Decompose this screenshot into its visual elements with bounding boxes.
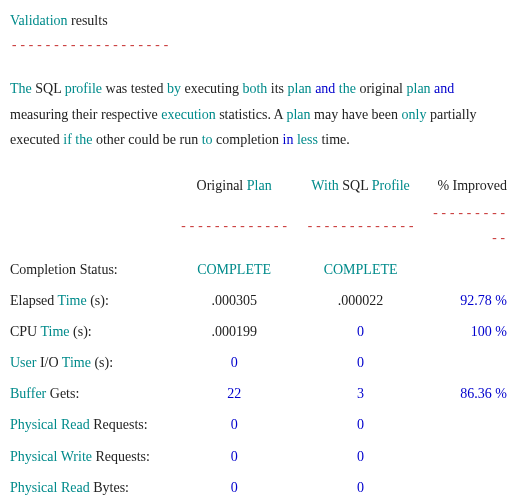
intro-word: SQL	[35, 81, 61, 96]
intro-word: plan	[288, 81, 312, 96]
intro-word: profile	[65, 81, 102, 96]
preadreq-imp	[424, 409, 513, 440]
row-cpu-time: CPU Time (s): .000199 0 100 %	[10, 316, 513, 347]
row-phys-read-bytes: Physical Read Bytes: 0 0	[10, 472, 513, 503]
intro-word: and	[434, 81, 454, 96]
cpu-imp: 100 %	[424, 316, 513, 347]
row-phys-read-req: Physical Read Requests: 0 0	[10, 409, 513, 440]
intro-word: other could be run	[96, 132, 198, 147]
userio-orig: 0	[171, 347, 297, 378]
intro-word: measuring	[10, 107, 68, 122]
header-divider: -------------------	[10, 37, 170, 53]
completion-imp	[424, 254, 513, 285]
intro-word: statistics. A	[219, 107, 283, 122]
intro-word: plan	[286, 107, 310, 122]
userio-imp	[424, 347, 513, 378]
intro-word: The	[10, 81, 32, 96]
intro-word: only	[402, 107, 427, 122]
table-header-row: Original Plan With SQL Profile % Improve…	[10, 170, 513, 201]
row-buffer-gets: Buffer Gets: 22 3 86.36 %	[10, 378, 513, 409]
preadbyte-imp	[424, 472, 513, 503]
intro-word: completion	[216, 132, 279, 147]
row-elapsed-time: Elapsed Time (s): .000305 .000022 92.78 …	[10, 285, 513, 316]
buffer-imp: 86.36 %	[424, 378, 513, 409]
row-user-io-time: User I/O Time (s): 0 0	[10, 347, 513, 378]
header-results: results	[71, 13, 108, 28]
pwritereq-imp	[424, 441, 513, 472]
intro-word: its	[271, 81, 284, 96]
intro-word: both	[242, 81, 267, 96]
intro-word: if	[63, 132, 72, 147]
elapsed-orig: .000305	[171, 285, 297, 316]
intro-word: the	[75, 132, 92, 147]
row-completion-status: Completion Status: COMPLETE COMPLETE	[10, 254, 513, 285]
intro-word: to	[202, 132, 213, 147]
cpu-prof: 0	[297, 316, 423, 347]
intro-word: execution	[161, 107, 215, 122]
intro-word: less	[297, 132, 318, 147]
intro-word: and	[315, 81, 335, 96]
elapsed-prof: .000022	[297, 285, 423, 316]
col-with-sql-profile: With SQL Profile	[297, 170, 423, 201]
col-percent-improved: % Improved	[424, 170, 513, 201]
intro-word: by	[167, 81, 181, 96]
preadreq-prof: 0	[297, 409, 423, 440]
intro-word: in	[283, 132, 294, 147]
intro-word: may have been	[314, 107, 398, 122]
pwritereq-orig: 0	[171, 441, 297, 472]
buffer-prof: 3	[297, 378, 423, 409]
preadbyte-prof: 0	[297, 472, 423, 503]
userio-prof: 0	[297, 347, 423, 378]
intro-word: plan	[407, 81, 431, 96]
pwritereq-prof: 0	[297, 441, 423, 472]
completion-orig: COMPLETE	[171, 254, 297, 285]
preadbyte-orig: 0	[171, 472, 297, 503]
intro-word: their respective	[72, 107, 158, 122]
intro-word: the	[339, 81, 356, 96]
row-phys-write-req: Physical Write Requests: 0 0	[10, 441, 513, 472]
completion-prof: COMPLETE	[297, 254, 423, 285]
intro-word: executing	[184, 81, 238, 96]
table-dash-row: ------------- ------------- -----------	[10, 201, 513, 253]
stats-table: Original Plan With SQL Profile % Improve…	[10, 170, 513, 504]
buffer-orig: 22	[171, 378, 297, 409]
preadreq-orig: 0	[171, 409, 297, 440]
intro-word: original	[359, 81, 403, 96]
intro-word: time.	[321, 132, 349, 147]
cpu-orig: .000199	[171, 316, 297, 347]
col-original-plan: Original Plan	[171, 170, 297, 201]
header-block: Validation results -------------------	[10, 8, 513, 58]
elapsed-imp: 92.78 %	[424, 285, 513, 316]
intro-word: was tested	[106, 81, 164, 96]
header-validation: Validation	[10, 13, 68, 28]
intro-paragraph: The SQL profile was tested by executing …	[10, 76, 513, 152]
